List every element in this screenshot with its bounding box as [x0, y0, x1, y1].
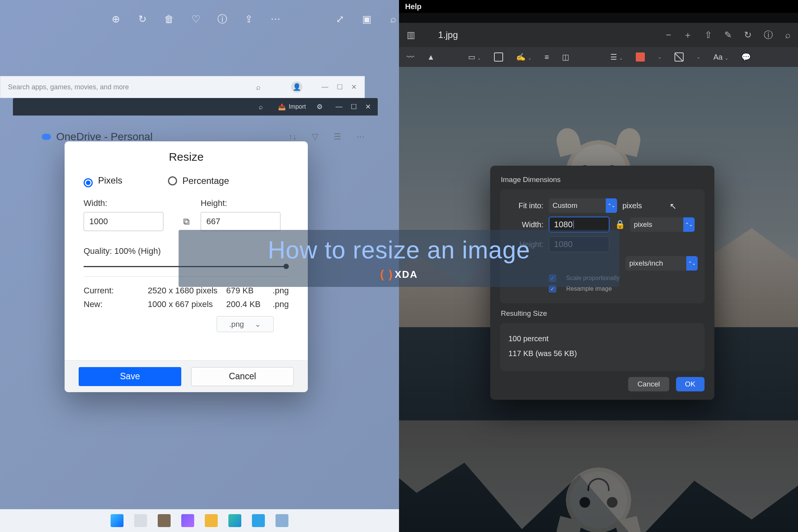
minimize-icon[interactable]: —	[321, 83, 328, 91]
new-ext: .png	[272, 299, 289, 309]
delete-icon[interactable]: 🗑	[163, 13, 175, 25]
user-avatar-icon[interactable]: 👤	[291, 81, 302, 93]
app-icon[interactable]	[276, 514, 288, 527]
width-input[interactable]: 1000	[84, 212, 163, 231]
mac-menubar: Help	[399, 0, 798, 13]
note-icon[interactable]: 💬	[741, 52, 751, 62]
image-canvas: Image Dimensions Fit into: Custom ⌃⌄ pix…	[399, 67, 798, 532]
article-title-overlay: How to resize an image ( )XDA	[179, 230, 619, 287]
fit-into-select[interactable]: Custom ⌃⌄	[549, 198, 617, 213]
sidebar-icon[interactable]: ▥	[407, 30, 415, 40]
sign-icon[interactable]: ✍ ⌄	[516, 52, 532, 62]
app-header-dark: ⌕ 📥 Import ⚙ — ☐ ✕	[13, 98, 378, 116]
view-icon[interactable]: ☰	[334, 132, 341, 142]
photos-icon[interactable]	[252, 514, 265, 527]
mac-ok-button[interactable]: OK	[676, 377, 705, 391]
fit-suffix: pixels	[622, 201, 642, 210]
filter-icon[interactable]: ▽	[312, 132, 318, 142]
current-ext: .png	[272, 286, 289, 296]
sort-icon[interactable]: ↑↓	[288, 132, 297, 142]
align-icon[interactable]: ≡	[545, 53, 549, 62]
result-size: 117 KB (was 56 KB)	[508, 349, 696, 358]
add-icon[interactable]: ⊕	[110, 13, 122, 25]
search-placeholder: Search apps, games, movies, and more	[8, 83, 129, 91]
store-search-bar[interactable]: Search apps, games, movies, and more ⌕ 👤…	[0, 76, 365, 98]
line-weight-icon[interactable]: ☰ ⌄	[610, 52, 623, 62]
crop-icon[interactable]: ◫	[562, 52, 569, 62]
zoom-icon[interactable]: ⌕	[388, 13, 399, 25]
settings-icon[interactable]: ⚙	[317, 103, 323, 111]
expand-icon[interactable]: ⤢	[334, 13, 346, 25]
result-percent: 100 percent	[508, 334, 696, 343]
folder-icon[interactable]	[205, 514, 218, 527]
height-label: Height:	[201, 198, 289, 208]
zoom-in-icon[interactable]: ＋	[683, 29, 692, 41]
text-box-icon[interactable]	[494, 52, 503, 62]
unit-select[interactable]: pixels ⌃⌄	[630, 217, 695, 232]
save-button[interactable]: Save	[79, 367, 181, 386]
rotate-icon[interactable]: ↻	[744, 30, 752, 40]
mac-cancel-button[interactable]: Cancel	[628, 377, 669, 391]
select-caret-icon: ⌃⌄	[683, 217, 695, 232]
share-icon[interactable]: ⇧	[705, 30, 712, 40]
current-size: 679 KB	[226, 286, 272, 296]
extension-select[interactable]: .png⌄	[217, 316, 274, 332]
new-size: 200.4 KB	[226, 299, 272, 309]
cancel-button[interactable]: Cancel	[191, 367, 294, 386]
taskbar-search-icon[interactable]	[134, 514, 147, 527]
edge-icon[interactable]	[228, 514, 241, 527]
mouse-cursor-icon: ↖	[670, 201, 676, 211]
fit-into-label: Fit into:	[507, 201, 543, 210]
radio-pixels[interactable]: Pixels	[84, 175, 122, 186]
highlight-icon[interactable]: ▲	[427, 53, 435, 62]
current-label: Current:	[84, 286, 148, 296]
current-dims: 2520 x 1680 pixels	[148, 286, 226, 296]
select-caret-icon: ⌃⌄	[686, 256, 698, 271]
start-icon[interactable]	[111, 514, 124, 527]
markup-icon[interactable]: ✎	[724, 30, 732, 40]
import-button[interactable]: 📥 Import	[278, 103, 306, 111]
chat-icon[interactable]	[181, 514, 194, 527]
markup-toolbar: 〰 ▲ ▭ ⌄ ✍ ⌄ ≡ ◫ ☰ ⌄ ⌄ ⌄ Aa ⌄ 💬	[399, 47, 798, 67]
chevron-down-icon: ⌄	[255, 320, 261, 329]
section-result: Resulting Size	[501, 309, 705, 318]
favorite-icon[interactable]: ♡	[190, 13, 201, 25]
close-icon[interactable]: ✕	[351, 83, 357, 91]
section-dimensions: Image Dimensions	[501, 176, 705, 184]
size-info: Current: 2520 x 1680 pixels 679 KB .png …	[65, 286, 308, 309]
headline: How to resize an image	[268, 236, 530, 264]
zoom-out-icon[interactable]: −	[666, 30, 671, 40]
info-icon[interactable]: ⓘ	[764, 29, 773, 41]
resolution-unit-select[interactable]: pixels/inch ⌃⌄	[625, 256, 698, 271]
lock-aspect-icon[interactable]: 🔒	[615, 220, 625, 230]
explorer-icon[interactable]	[158, 514, 171, 527]
search-icon[interactable]: ⌕	[259, 103, 263, 111]
link-aspect-icon[interactable]: ⧉	[179, 212, 193, 231]
select-caret-icon: ⌃⌄	[606, 198, 617, 213]
maximize-icon[interactable]: ☐	[351, 103, 357, 111]
dialog-title: Resize	[65, 150, 308, 163]
close-icon[interactable]: ✕	[365, 103, 371, 111]
rotate-icon[interactable]: ↻	[137, 13, 148, 25]
fill-color-icon[interactable]	[674, 52, 684, 62]
more-icon[interactable]: ⋯	[270, 13, 281, 25]
more-icon[interactable]: ⋯	[356, 132, 365, 142]
pen-icon[interactable]: 〰	[407, 53, 414, 62]
height-input[interactable]: 667	[201, 212, 280, 231]
share-icon[interactable]: ⇪	[243, 13, 255, 25]
radio-percentage[interactable]: Percentage	[168, 175, 229, 186]
photos-top-toolbar: ⊕ ↻ 🗑 ♡ ⓘ ⇪ ⋯ ⤢ ▣ ⌕	[0, 8, 399, 30]
stroke-color-icon[interactable]	[636, 52, 645, 62]
maximize-icon[interactable]: ☐	[337, 83, 343, 91]
slideshow-icon[interactable]: ▣	[361, 13, 372, 25]
search-icon[interactable]: ⌕	[256, 83, 261, 92]
new-label: New:	[84, 299, 148, 309]
search-icon[interactable]: ⌕	[785, 30, 790, 40]
menu-help[interactable]: Help	[405, 2, 421, 11]
info-icon[interactable]: ⓘ	[217, 13, 228, 25]
minimize-icon[interactable]: —	[336, 103, 342, 111]
shapes-icon[interactable]: ▭ ⌄	[468, 52, 481, 62]
new-dims: 1000 x 667 pixels	[148, 299, 226, 309]
file-name: 1.jpg	[438, 30, 458, 40]
text-style-icon[interactable]: Aa ⌄	[713, 53, 728, 62]
